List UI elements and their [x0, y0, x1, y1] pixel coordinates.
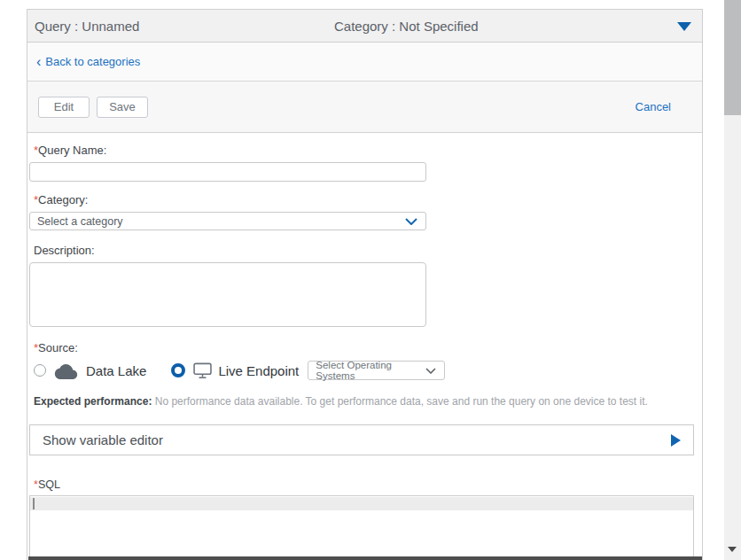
query-title: Query : Unnamed — [35, 19, 139, 34]
vertical-scrollbar[interactable] — [724, 0, 741, 560]
variable-editor-toggle-label: Show variable editor — [43, 432, 163, 447]
query-name-label: *Query Name: — [34, 144, 702, 157]
operating-systems-select-value: Select Operating Systems — [316, 360, 425, 381]
source-label: *Source: — [34, 341, 702, 354]
back-chevron-icon: ‹ — [36, 55, 41, 69]
vertical-scrollbar-thumb[interactable] — [724, 0, 741, 115]
live-endpoint-radio[interactable] — [171, 363, 185, 377]
query-collapsible-header[interactable]: Query : Unnamed Category : Not Specified — [27, 10, 702, 43]
query-form: *Query Name: *Category: Select a categor… — [27, 133, 702, 560]
description-label: Description: — [34, 244, 702, 257]
live-endpoint-option-label[interactable]: Live Endpoint — [218, 363, 299, 378]
cloud-icon — [54, 362, 78, 379]
expected-performance-label: Expected performance: — [34, 395, 152, 408]
save-button[interactable]: Save — [97, 97, 148, 118]
edit-button[interactable]: Edit — [38, 97, 90, 118]
data-lake-option-label[interactable]: Data Lake — [86, 363, 146, 378]
description-textarea[interactable] — [29, 262, 426, 327]
operating-systems-select[interactable]: Select Operating Systems — [308, 361, 445, 380]
back-link-label: Back to categories — [45, 55, 140, 68]
monitor-icon — [193, 362, 212, 379]
sql-editor[interactable] — [29, 495, 694, 560]
query-name-input[interactable] — [29, 162, 426, 182]
query-editor-panel: Query : Unnamed Category : Not Specified… — [27, 9, 703, 560]
chevron-down-icon — [425, 368, 436, 374]
page: Query : Unnamed Category : Not Specified… — [0, 0, 741, 560]
category-label: *Category: — [34, 193, 702, 206]
chevron-down-icon — [405, 218, 417, 225]
category-title: Category : Not Specified — [334, 19, 479, 34]
category-select-value: Select a category — [37, 215, 123, 228]
sql-label: *SQL — [34, 478, 702, 491]
horizontal-scrollbar-thumb[interactable] — [28, 556, 702, 560]
variable-editor-toggle[interactable]: Show variable editor — [29, 424, 694, 455]
action-toolbar: Edit Save Cancel — [27, 82, 702, 133]
sql-active-line — [30, 497, 693, 510]
collapse-triangle-icon[interactable] — [677, 22, 691, 31]
expand-triangle-icon[interactable] — [671, 434, 681, 447]
back-to-categories-link[interactable]: ‹ Back to categories — [36, 55, 140, 69]
source-options-row: Data Lake Live Endpoint Select Operating… — [34, 360, 702, 381]
back-navigation-bar: ‹ Back to categories — [27, 43, 702, 82]
expected-performance-text: Expected performance: No performance dat… — [34, 395, 702, 408]
text-cursor-icon — [33, 498, 35, 509]
category-select[interactable]: Select a category — [29, 212, 426, 230]
data-lake-radio[interactable] — [34, 364, 46, 377]
scroll-down-arrow-icon[interactable] — [728, 547, 737, 552]
cancel-link[interactable]: Cancel — [636, 100, 671, 113]
